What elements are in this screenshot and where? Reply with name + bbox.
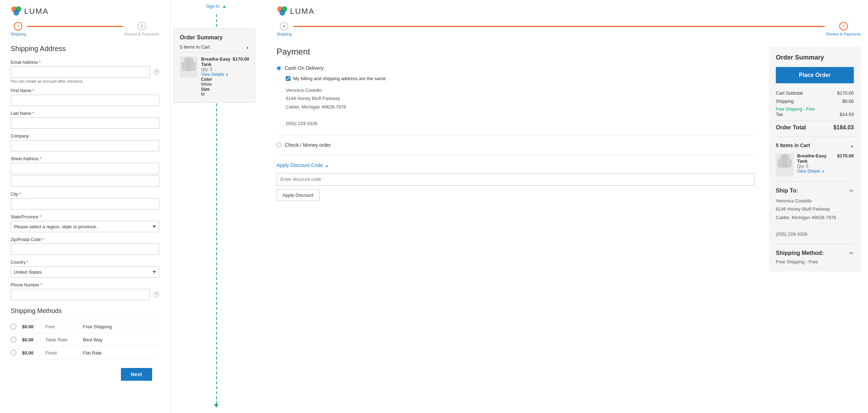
method-carrier-free: Free xyxy=(45,324,77,329)
summary-total-value: $184.03 xyxy=(833,124,854,131)
ship-to-title: Ship To: xyxy=(776,188,798,194)
free-shipping-text: Free Shipping - Free xyxy=(776,107,854,112)
svg-point-2 xyxy=(13,10,19,16)
shipping-methods-list: $0.00 Free Free Shipping $0.00 Table Rat… xyxy=(11,320,159,359)
company-input[interactable] xyxy=(11,140,159,151)
payment-check-label: Check / Money order xyxy=(285,142,331,148)
popup-item-color-value: White xyxy=(201,82,249,87)
discount-code-input[interactable] xyxy=(277,173,755,186)
summary-subtotal-value: $170.00 xyxy=(837,90,854,96)
discount-toggle[interactable]: Apply Discount Code xyxy=(277,162,755,168)
zip-input[interactable] xyxy=(11,244,159,255)
summary-total-row: Order Total $184.03 xyxy=(776,121,854,131)
method-price-table: $0.00 xyxy=(22,337,40,342)
method-name-free: Free Shipping xyxy=(83,324,112,329)
right-step-shipping-circle: ✓ xyxy=(280,22,288,30)
right-items-count-label: 5 Items in Cart xyxy=(776,143,810,148)
right-items-count[interactable]: 5 Items in Cart xyxy=(776,136,854,148)
first-name-input[interactable] xyxy=(11,95,159,106)
method-radio-table[interactable] xyxy=(11,337,16,342)
right-progress-steps: ✓ Shipping ✓ Review & Payments xyxy=(277,22,861,36)
method-radio-free[interactable] xyxy=(11,324,16,329)
city-group: City * xyxy=(11,192,159,210)
street-label: Street Address * xyxy=(11,156,159,161)
popup-item-price: $170.00 xyxy=(233,56,249,67)
billing-phone: (555) 229-3326 xyxy=(286,119,755,128)
next-button[interactable]: Next xyxy=(121,368,152,381)
summary-shipping-value: $0.00 xyxy=(842,99,854,104)
billing-same-checkbox[interactable] xyxy=(286,76,290,81)
method-price-free: $0.00 xyxy=(22,324,40,329)
right-step-line xyxy=(293,26,825,27)
ship-to-street: 6146 Honey Bluff Parkway xyxy=(776,205,854,213)
step-line-1 xyxy=(27,26,123,27)
ship-to-edit-icon[interactable]: ✏ xyxy=(850,188,854,194)
right-items-chevron-icon xyxy=(850,143,854,148)
payment-cash-option: Cash On Delivery xyxy=(277,65,755,71)
summary-tax-value: $14.03 xyxy=(840,112,854,117)
phone-help-icon[interactable]: ? xyxy=(154,292,159,297)
center-area: Sign In ▲ ▼ Order Summary 5 Items in Car… xyxy=(170,0,262,413)
place-order-button[interactable]: Place Order xyxy=(776,67,854,83)
phone-input[interactable] xyxy=(11,289,150,300)
popup-item-size: Size xyxy=(201,87,249,92)
ship-to-address: Veronica Costello 6146 Honey Bluff Parkw… xyxy=(776,197,854,238)
popup-items-count[interactable]: 5 Items in Cart xyxy=(180,44,249,53)
shipping-method-value: Free Shipping - Free xyxy=(776,259,854,264)
country-select[interactable]: United States xyxy=(11,266,159,278)
payment-check-radio[interactable] xyxy=(277,143,281,147)
popup-item-name: Breathe-Easy Tank xyxy=(201,56,233,67)
method-row-fixed: $0.00 Fixed Flat Rate xyxy=(11,346,159,359)
left-logo-text: LUMA xyxy=(24,7,49,16)
company-group: Company xyxy=(11,134,159,151)
email-help-icon[interactable]: ? xyxy=(154,69,159,75)
ship-to-phone: (555) 229-3326 xyxy=(776,230,854,238)
step-shipping: ✓ Shipping xyxy=(11,22,26,36)
email-input[interactable] xyxy=(11,66,150,78)
payment-cash-radio[interactable] xyxy=(277,66,281,71)
state-select[interactable]: Please select a region, state or provinc… xyxy=(11,221,159,232)
payment-divider-1 xyxy=(277,135,755,135)
step-shipping-circle: ✓ xyxy=(14,22,22,30)
payment-title: Payment xyxy=(277,47,755,57)
street-group: Street Address * xyxy=(11,156,159,187)
apply-discount-button[interactable]: Apply Discount xyxy=(277,189,319,201)
country-label: Country * xyxy=(11,260,159,265)
first-name-group: First Name * xyxy=(11,88,159,106)
left-panel: LUMA ✓ Shipping 2 Review & Payments Ship… xyxy=(0,0,170,413)
payment-divider-2 xyxy=(277,155,755,155)
billing-street: 6146 Honey Bluff Parkway xyxy=(286,94,755,102)
city-input[interactable] xyxy=(11,198,159,210)
last-name-label: Last Name * xyxy=(11,111,159,116)
phone-label: Phone Number * xyxy=(11,283,159,288)
billing-city: Calder, Michigan 49628-7978 xyxy=(286,103,755,111)
street-input-1[interactable] xyxy=(11,163,159,174)
email-group: Email Address * ? You can create an acco… xyxy=(11,60,159,83)
svg-rect-4 xyxy=(186,58,191,71)
right-logo: LUMA xyxy=(277,6,861,17)
svg-point-7 xyxy=(279,10,285,16)
left-progress-steps: ✓ Shipping 2 Review & Payments xyxy=(11,22,159,36)
ship-to-name: Veronica Costello xyxy=(776,197,854,205)
right-luma-logo-icon xyxy=(277,6,288,17)
summary-shipping-label: Shipping xyxy=(776,99,794,104)
popup-view-details[interactable]: View Details ∨ xyxy=(201,72,249,77)
right-payment-content: Payment Cash On Delivery My billing and … xyxy=(277,47,755,272)
popup-item-details: Breathe-Easy Tank $170.00 Qty: 5 View De… xyxy=(201,56,249,97)
right-panel: LUMA ✓ Shipping ✓ Review & Payments Paym… xyxy=(262,0,868,413)
tank-top-image-svg xyxy=(180,56,197,78)
right-main-content: Payment Cash On Delivery My billing and … xyxy=(277,47,861,272)
discount-chevron-icon xyxy=(325,162,329,168)
svg-rect-9 xyxy=(782,155,787,167)
sign-in-link[interactable]: Sign In xyxy=(206,4,219,9)
right-view-details[interactable]: View Details ∨ xyxy=(797,169,854,174)
method-radio-fixed[interactable] xyxy=(11,350,16,356)
shipping-method-edit-icon[interactable]: ✏ xyxy=(850,250,854,256)
popup-summary-title: Order Summary xyxy=(180,34,249,41)
street-input-2[interactable] xyxy=(11,175,159,187)
ship-to-city: Calder, Michigan 49628-7978 xyxy=(776,213,854,222)
company-label: Company xyxy=(11,134,159,139)
method-price-fixed: $0.00 xyxy=(22,350,40,356)
billing-name: Veronica Costello xyxy=(286,86,755,94)
last-name-input[interactable] xyxy=(11,117,159,129)
